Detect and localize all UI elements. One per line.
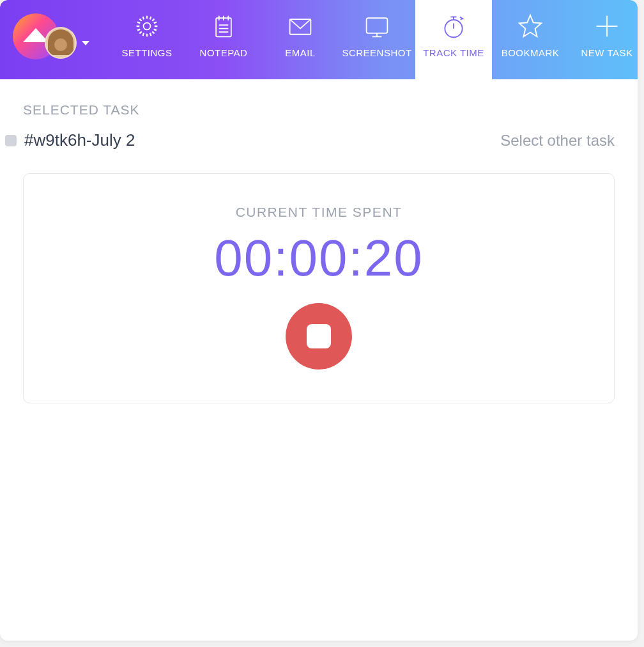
timer-panel: CURRENT TIME SPENT 00:00:20 — [23, 173, 615, 403]
content-area: SELECTED TASK #w9tk6h-July 2 Select othe… — [0, 79, 638, 403]
svg-point-0 — [144, 22, 151, 29]
select-other-task-link[interactable]: Select other task — [500, 132, 615, 150]
selected-task[interactable]: #w9tk6h-July 2 — [5, 130, 135, 150]
notepad-icon — [210, 13, 237, 40]
tab-label: TRACK TIME — [423, 47, 484, 58]
monitor-icon — [364, 13, 390, 40]
tab-track-time[interactable]: TRACK TIME — [415, 0, 492, 79]
star-icon — [517, 13, 544, 40]
tab-label: BOOKMARK — [502, 47, 560, 58]
tab-label: SETTINGS — [121, 47, 172, 58]
stop-icon — [307, 324, 331, 348]
tab-new-task[interactable]: NEW TASK — [569, 0, 638, 79]
tab-email[interactable]: EMAIL — [262, 0, 339, 79]
svg-rect-1 — [216, 18, 231, 36]
tab-label: NEW TASK — [581, 47, 633, 58]
task-row: #w9tk6h-July 2 Select other task — [5, 130, 615, 150]
task-checkbox[interactable] — [5, 135, 17, 146]
gear-icon — [134, 13, 160, 40]
tab-bookmark[interactable]: BOOKMARK — [492, 0, 569, 79]
tab-label: SCREENSHOT — [342, 47, 411, 58]
app-header: SETTINGS NOTEPAD — [0, 0, 638, 79]
tab-label: NOTEPAD — [200, 47, 248, 58]
chevron-down-icon — [82, 41, 89, 45]
timer-label: CURRENT TIME SPENT — [236, 205, 402, 220]
stop-button[interactable] — [286, 303, 352, 370]
task-name: #w9tk6h-July 2 — [24, 130, 135, 150]
avatar — [45, 27, 77, 59]
mail-icon — [287, 13, 314, 40]
svg-rect-9 — [367, 18, 388, 33]
tab-screenshot[interactable]: SCREENSHOT — [339, 0, 415, 79]
plus-icon — [594, 13, 620, 40]
nav-tabs: SETTINGS NOTEPAD — [109, 0, 638, 79]
tab-notepad[interactable]: NOTEPAD — [185, 0, 262, 79]
section-label: SELECTED TASK — [23, 102, 615, 118]
tab-label: EMAIL — [285, 47, 316, 58]
account-switcher[interactable] — [0, 0, 109, 79]
stopwatch-icon — [440, 13, 467, 40]
app-window: SETTINGS NOTEPAD — [0, 0, 638, 641]
timer-value: 00:00:20 — [214, 233, 423, 284]
tab-settings[interactable]: SETTINGS — [109, 0, 185, 79]
